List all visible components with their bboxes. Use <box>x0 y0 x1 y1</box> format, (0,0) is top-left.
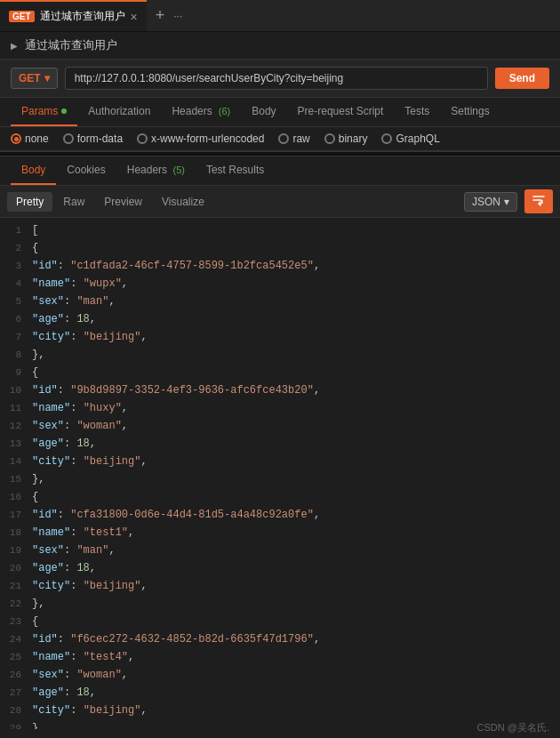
line-content: "sex": "man", <box>32 293 116 309</box>
url-bar: GET ▾ Send <box>0 60 560 98</box>
view-tab-pretty[interactable]: Pretty <box>7 192 52 212</box>
more-tabs-button[interactable]: ··· <box>173 10 182 22</box>
params-tab-label: Params <box>21 105 58 117</box>
body-option-graphql[interactable]: GraphQL <box>381 132 439 145</box>
line-number: 15 <box>0 471 32 487</box>
json-line: 18 "name": "test1", <box>0 524 560 541</box>
line-content: "name": "test4", <box>32 649 134 665</box>
line-content: "city": "beijing", <box>32 329 148 345</box>
line-content: }, <box>32 347 44 363</box>
tab-pre-request[interactable]: Pre-request Script <box>287 98 395 126</box>
json-line: 19 "sex": "man", <box>0 541 560 559</box>
body-option-raw[interactable]: raw <box>278 132 309 145</box>
active-tab[interactable]: GET 通过城市查询用户 × <box>0 0 147 31</box>
json-line: 26 "sex": "woman", <box>0 666 560 684</box>
line-content: "sex": "woman", <box>32 667 128 683</box>
raw-label-view: Raw <box>63 196 84 208</box>
raw-label: raw <box>292 132 309 145</box>
json-line: 25 "name": "test4", <box>0 648 560 666</box>
line-number: 14 <box>0 453 32 469</box>
request-title-bar: ▶ 通过城市查询用户 <box>0 32 560 60</box>
method-select[interactable]: GET ▾ <box>11 68 58 89</box>
line-content: "id": "f6cec272-4632-4852-b82d-6635f47d1… <box>32 631 320 647</box>
resp-tab-cookies[interactable]: Cookies <box>56 156 116 185</box>
body-option-none[interactable]: none <box>11 132 49 145</box>
resp-test-results-label: Test Results <box>206 164 264 176</box>
authorization-tab-label: Authorization <box>88 105 150 117</box>
tab-authorization[interactable]: Authorization <box>77 98 161 126</box>
line-number: 29 <box>0 720 32 729</box>
format-selector[interactable]: JSON ▾ <box>464 192 517 212</box>
tab-body[interactable]: Body <box>241 98 286 126</box>
body-option-urlencoded[interactable]: x-www-form-urlencoded <box>137 132 264 145</box>
tab-headers[interactable]: Headers (6) <box>161 98 241 126</box>
line-number: 21 <box>0 578 32 594</box>
form-data-label: form-data <box>77 132 123 145</box>
add-tab-button[interactable]: + <box>147 6 174 25</box>
json-line: 4 "name": "wupx", <box>0 275 560 293</box>
line-number: 7 <box>0 329 32 345</box>
json-line: 9 { <box>0 364 560 381</box>
request-tabs: Params Authorization Headers (6) Body Pr… <box>0 98 560 127</box>
tab-settings[interactable]: Settings <box>440 98 500 126</box>
json-line: 22 }, <box>0 595 560 613</box>
form-data-radio <box>63 133 74 144</box>
line-content: "age": 18, <box>32 436 96 452</box>
line-content: }, <box>32 471 44 487</box>
line-number: 17 <box>0 507 32 523</box>
wrap-button[interactable] <box>524 189 553 213</box>
tab-tests[interactable]: Tests <box>394 98 440 126</box>
view-tab-visualize[interactable]: Visualize <box>153 192 213 212</box>
resp-tab-body[interactable]: Body <box>11 156 56 185</box>
line-content: "age": 18, <box>32 685 96 701</box>
line-number: 23 <box>0 614 32 630</box>
resp-headers-badge: (5) <box>170 164 185 175</box>
send-button[interactable]: Send <box>495 68 549 89</box>
resp-tab-test-results[interactable]: Test Results <box>196 156 275 185</box>
line-number: 6 <box>0 311 32 327</box>
line-number: 27 <box>0 685 32 701</box>
url-input[interactable] <box>65 67 488 90</box>
line-content: "name": "test1", <box>32 525 134 541</box>
visualize-label: Visualize <box>162 196 204 208</box>
body-options: none form-data x-www-form-urlencoded raw… <box>0 127 560 151</box>
json-line: 6 "age": 18, <box>0 310 560 328</box>
format-dropdown-icon: ▾ <box>504 196 509 208</box>
request-title-text: 通过城市查询用户 <box>25 37 117 53</box>
line-number: 12 <box>0 418 32 434</box>
json-line: 14 "city": "beijing", <box>0 453 560 470</box>
expand-arrow-icon[interactable]: ▶ <box>11 41 18 51</box>
json-line: 23 { <box>0 613 560 630</box>
json-line: 5 "sex": "man", <box>0 293 560 310</box>
tab-method-badge: GET <box>9 11 35 22</box>
line-number: 10 <box>0 382 32 398</box>
close-tab-button[interactable]: × <box>131 10 138 24</box>
footer-text: CSDN @吴名氏. <box>477 722 549 733</box>
response-tabs: Body Cookies Headers (5) Test Results <box>0 156 560 186</box>
tests-tab-label: Tests <box>404 105 429 117</box>
body-option-form-data[interactable]: form-data <box>63 132 123 145</box>
line-number: 19 <box>0 542 32 558</box>
body-option-binary[interactable]: binary <box>324 132 368 145</box>
tab-params[interactable]: Params <box>11 98 77 126</box>
line-content: { <box>32 489 38 505</box>
resp-body-label: Body <box>21 164 45 176</box>
view-tab-preview[interactable]: Preview <box>95 192 151 212</box>
json-line: 2 { <box>0 239 560 257</box>
line-content: "name": "huxy", <box>32 400 128 416</box>
headers-badge: (6) <box>216 106 231 116</box>
line-content: [ <box>32 222 38 238</box>
json-line: 27 "age": 18, <box>0 684 560 702</box>
line-content: "sex": "man", <box>32 542 116 558</box>
json-viewer: 1[2 {3 "id": "c1dfada2-46cf-4757-8599-1b… <box>0 218 560 729</box>
line-number: 20 <box>0 560 32 576</box>
line-content: { <box>32 614 38 630</box>
line-number: 28 <box>0 702 32 718</box>
binary-label: binary <box>339 132 368 145</box>
view-tab-raw[interactable]: Raw <box>54 192 93 212</box>
line-content: } <box>32 720 38 729</box>
json-line: 1[ <box>0 221 560 239</box>
resp-tab-headers[interactable]: Headers (5) <box>116 156 196 185</box>
json-line: 15 }, <box>0 470 560 488</box>
footer: CSDN @吴名氏. <box>467 718 560 738</box>
